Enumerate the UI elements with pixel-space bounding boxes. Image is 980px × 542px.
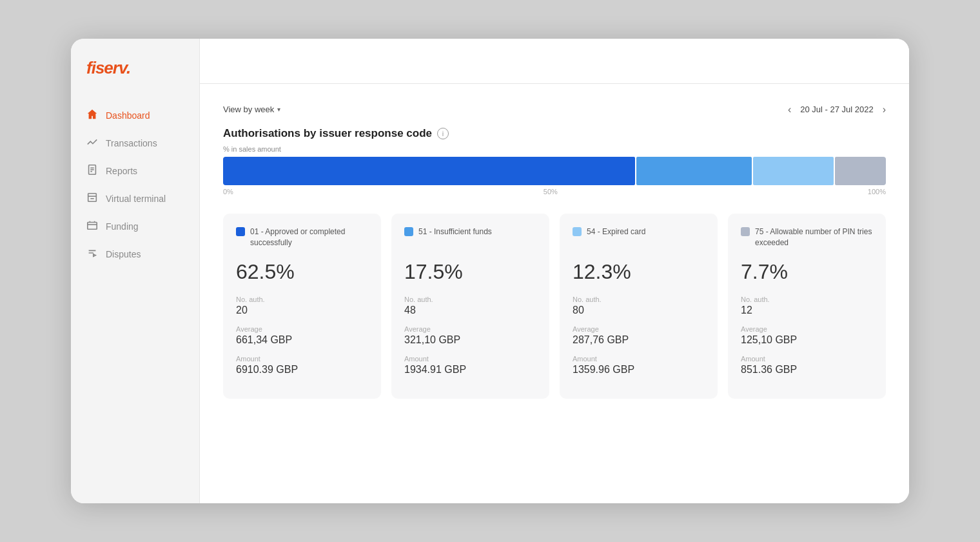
axis-start: 0% <box>223 188 233 196</box>
legend-label: 01 - Approved or completed successfully <box>250 226 368 248</box>
card-stat-no-auth: No. auth. 80 <box>573 296 705 316</box>
sidebar-item-dashboard[interactable]: Dashboard <box>71 101 199 129</box>
legend-color-dot <box>404 227 413 236</box>
card-percentage: 7.7% <box>741 260 873 284</box>
no-auth-value: 80 <box>573 305 705 316</box>
bar-axis: 0% 50% 100% <box>223 188 886 196</box>
bar-segment <box>636 157 752 185</box>
transactions-icon <box>86 136 98 150</box>
amount-label: Amount <box>573 355 705 363</box>
average-value: 321,10 GBP <box>404 334 536 346</box>
card-legend: 75 - Allowable number of PIN tries excee… <box>741 226 873 250</box>
response-code-card: 51 - Insufficient funds 17.5% No. auth. … <box>391 214 549 399</box>
amount-value: 851.36 GBP <box>741 364 873 376</box>
disputes-icon <box>86 247 98 261</box>
axis-end: 100% <box>868 188 886 196</box>
sidebar-item-reports[interactable]: Reports <box>71 157 199 185</box>
bar-label: % in sales amount <box>223 145 886 153</box>
amount-value: 6910.39 GBP <box>236 364 368 376</box>
no-auth-label: No. auth. <box>404 296 536 303</box>
sidebar-item-label: Dashboard <box>106 110 150 121</box>
no-auth-value: 48 <box>404 305 536 316</box>
terminal-icon <box>86 192 98 205</box>
card-stat-average: Average 287,76 GBP <box>573 325 705 346</box>
legend-label: 51 - Insufficient funds <box>418 226 492 237</box>
card-legend: 54 - Expired card <box>573 226 705 250</box>
card-percentage: 12.3% <box>573 260 705 284</box>
sidebar-item-virtual-terminal[interactable]: Virtual terminal <box>71 185 199 212</box>
sidebar-nav: Dashboard Transactions Reports Virtual t… <box>71 101 199 268</box>
no-auth-value: 12 <box>741 305 873 316</box>
sidebar-item-label: Funding <box>106 221 139 232</box>
legend-label: 54 - Expired card <box>587 226 645 237</box>
card-stat-amount: Amount 6910.39 GBP <box>236 355 368 376</box>
main-header <box>200 39 909 84</box>
section-title-group: View by week ▾ <box>223 102 280 117</box>
no-auth-label: No. auth. <box>741 296 873 303</box>
card-stat-amount: Amount 1359.96 GBP <box>573 355 705 376</box>
bar-segment <box>223 157 635 185</box>
view-by-label: View by week <box>223 105 274 114</box>
sidebar-item-label: Disputes <box>106 249 141 259</box>
sidebar-item-transactions[interactable]: Transactions <box>71 129 199 157</box>
svg-rect-7 <box>88 223 97 230</box>
sidebar-item-disputes[interactable]: Disputes <box>71 240 199 268</box>
card-stat-average: Average 125,10 GBP <box>741 325 873 346</box>
sidebar-item-label: Virtual terminal <box>106 194 166 204</box>
card-stat-no-auth: No. auth. 48 <box>404 296 536 316</box>
average-label: Average <box>741 325 873 333</box>
sidebar: fiserv. Dashboard Transactions Reports V… <box>71 39 200 503</box>
chevron-down-icon: ▾ <box>277 106 280 113</box>
info-icon[interactable]: i <box>437 128 449 139</box>
legend-color-dot <box>573 227 582 236</box>
no-auth-label: No. auth. <box>573 296 705 303</box>
card-stat-average: Average 661,34 GBP <box>236 325 368 346</box>
view-by-button[interactable]: View by week ▾ <box>223 102 280 117</box>
no-auth-value: 20 <box>236 305 368 316</box>
amount-value: 1934.91 GBP <box>404 364 536 376</box>
average-label: Average <box>236 325 368 333</box>
prev-date-button[interactable]: ‹ <box>788 105 791 115</box>
amount-label: Amount <box>404 355 536 363</box>
card-stat-average: Average 321,10 GBP <box>404 325 536 346</box>
average-value: 287,76 GBP <box>573 334 705 346</box>
logo-text: fiserv. <box>86 58 130 77</box>
card-stat-amount: Amount 851.36 GBP <box>741 355 873 376</box>
card-percentage: 17.5% <box>404 260 536 284</box>
amount-value: 1359.96 GBP <box>573 364 705 376</box>
card-stat-amount: Amount 1934.91 GBP <box>404 355 536 376</box>
svg-rect-4 <box>88 194 97 202</box>
app-window: fiserv. Dashboard Transactions Reports V… <box>71 39 909 503</box>
date-range-label: 20 Jul - 27 Jul 2022 <box>800 105 873 114</box>
amount-label: Amount <box>741 355 873 363</box>
logo: fiserv. <box>71 58 199 101</box>
bar-segment <box>835 157 886 185</box>
reports-icon <box>86 164 98 177</box>
sidebar-item-funding[interactable]: Funding <box>71 212 199 240</box>
main-content-area: View by week ▾ ‹ 20 Jul - 27 Jul 2022 › … <box>200 39 909 503</box>
next-date-button[interactable]: › <box>883 105 886 115</box>
response-code-card: 54 - Expired card 12.3% No. auth. 80 Ave… <box>560 214 718 399</box>
axis-mid: 50% <box>544 188 558 196</box>
bar-chart <box>223 157 886 185</box>
card-legend: 01 - Approved or completed successfully <box>236 226 368 250</box>
average-label: Average <box>404 325 536 333</box>
sidebar-item-label: Reports <box>106 166 137 176</box>
no-auth-label: No. auth. <box>236 296 368 303</box>
legend-color-dot <box>741 227 750 236</box>
average-label: Average <box>573 325 705 333</box>
main-body: View by week ▾ ‹ 20 Jul - 27 Jul 2022 › … <box>200 84 909 503</box>
bar-segment <box>753 157 834 185</box>
card-legend: 51 - Insufficient funds <box>404 226 536 250</box>
sidebar-item-label: Transactions <box>106 138 157 148</box>
legend-color-dot <box>236 227 245 236</box>
funding-icon <box>86 219 98 233</box>
card-percentage: 62.5% <box>236 260 368 284</box>
response-code-card: 01 - Approved or completed successfully … <box>223 214 381 399</box>
response-code-card: 75 - Allowable number of PIN tries excee… <box>728 214 886 399</box>
card-stat-no-auth: No. auth. 20 <box>236 296 368 316</box>
section-header: View by week ▾ ‹ 20 Jul - 27 Jul 2022 › <box>223 102 886 117</box>
date-navigation: ‹ 20 Jul - 27 Jul 2022 › <box>788 105 886 115</box>
legend-label: 75 - Allowable number of PIN tries excee… <box>755 226 873 248</box>
section-title: Authorisations by issuer response code <box>223 127 432 140</box>
